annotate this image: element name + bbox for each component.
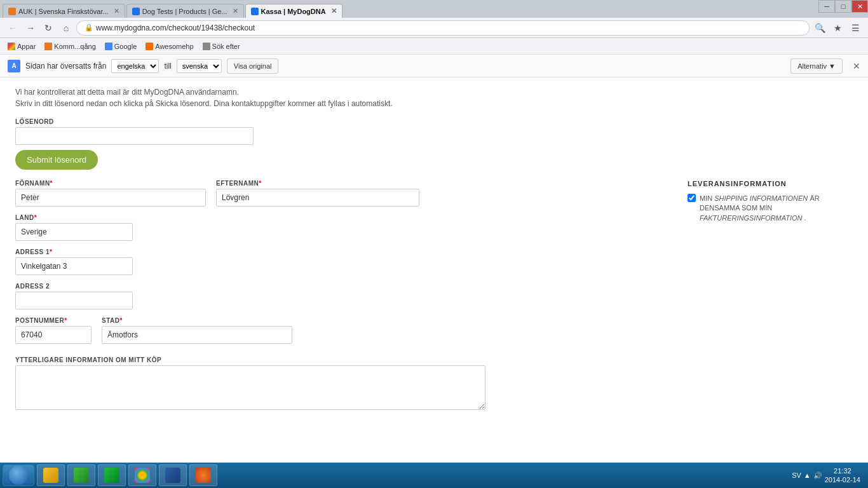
- password-group: LÖSENORD: [15, 118, 853, 145]
- show-original-button[interactable]: Visa original: [227, 58, 279, 74]
- tray-date: 2014-02-14: [825, 475, 860, 484]
- komm-icon: [44, 43, 52, 50]
- maximize-button[interactable]: □: [835, 0, 851, 13]
- additional-info-label: YTTERLIGARE INFORMATION OM MITT KÖP: [15, 356, 662, 363]
- bookmark-awesomehp[interactable]: Awesomehp: [143, 41, 196, 51]
- country-group: LAND*: [15, 214, 662, 241]
- close-button[interactable]: ✕: [851, 0, 868, 13]
- lastname-label: EFTERNAMN*: [216, 180, 419, 187]
- tab-close-3[interactable]: ✕: [331, 7, 337, 15]
- bookmark-komm[interactable]: Komm...qång: [42, 41, 98, 51]
- search-button[interactable]: 🔍: [812, 20, 827, 36]
- sok-icon: [203, 43, 210, 50]
- bookmark-komm-label: Komm...qång: [54, 43, 95, 50]
- tab-1[interactable]: AUK | Svenska Finskstövar... ✕: [3, 4, 125, 18]
- tab-2[interactable]: Dog Tests | Products | Ge... ✕: [126, 4, 244, 18]
- alternatives-button[interactable]: Alternativ ▼: [790, 58, 843, 74]
- address-text: www.mydogdna.com/checkout/19438/checkout: [96, 24, 255, 32]
- taskbar-explorer[interactable]: [37, 464, 65, 486]
- info-line-2: Skriv in ditt lösenord nedan och klicka …: [15, 99, 853, 108]
- bookmark-sok-label: Sök efter: [212, 43, 240, 50]
- star-button[interactable]: ★: [830, 20, 845, 36]
- bookmark-google-label: Google: [114, 43, 137, 50]
- address1-group: ADRESS 1*: [15, 248, 662, 275]
- delivery-section: LEVERANSINFORMATION MIN SHIPPING INFORMA…: [688, 180, 853, 223]
- tab-bar: AUK | Svenska Finskstövar... ✕ Dog Tests…: [0, 0, 868, 18]
- postcode-city-row: POSTNUMMER* STAD*: [15, 317, 662, 344]
- awesome-icon: [146, 43, 153, 50]
- page-content: Vi har kontrollerat att detta mail är di…: [0, 78, 868, 463]
- tray-network-icon: ▲: [804, 471, 811, 479]
- translate-to-label: till: [164, 62, 171, 71]
- menu-button[interactable]: ☰: [848, 20, 863, 36]
- delivery-same-checkbox[interactable]: [688, 194, 696, 202]
- password-label: LÖSENORD: [15, 118, 853, 125]
- apps-icon: [8, 43, 15, 50]
- alternatives-chevron-icon: ▼: [829, 62, 836, 70]
- firstname-label: FÖRNAMN*: [15, 180, 206, 187]
- bookmark-sok[interactable]: Sök efter: [200, 41, 243, 51]
- bookmark-google[interactable]: Google: [102, 41, 139, 51]
- taskbar-nav[interactable]: [98, 464, 126, 486]
- address1-input[interactable]: [15, 257, 133, 275]
- tab-3[interactable]: Kassa | MyDogDNA ✕: [245, 4, 342, 18]
- firstname-input[interactable]: [15, 189, 206, 207]
- start-button[interactable]: [3, 464, 34, 486]
- reload-button[interactable]: ↻: [41, 20, 56, 36]
- bookmark-awesomehp-label: Awesomehp: [155, 43, 193, 50]
- tab-label-2: Dog Tests | Products | Ge...: [142, 8, 227, 15]
- tab-close-1[interactable]: ✕: [114, 7, 119, 15]
- delivery-column: LEVERANSINFORMATION MIN SHIPPING INFORMA…: [662, 180, 853, 410]
- additional-info-textarea[interactable]: [15, 365, 485, 410]
- taskbar-chrome[interactable]: [128, 464, 156, 486]
- country-input[interactable]: [15, 223, 133, 241]
- city-input[interactable]: [102, 326, 292, 344]
- media-icon: [74, 468, 89, 483]
- tray-volume-icon: 🔊: [813, 471, 822, 480]
- taskbar-firefox[interactable]: [189, 464, 217, 486]
- tab-close-2[interactable]: ✕: [233, 7, 238, 15]
- city-label: STAD*: [102, 317, 292, 324]
- additional-info-group: YTTERLIGARE INFORMATION OM MITT KÖP: [15, 356, 662, 410]
- home-button[interactable]: ⌂: [58, 20, 74, 36]
- alternatives-label: Alternativ: [797, 62, 827, 70]
- translate-to-select[interactable]: svenska: [177, 59, 222, 73]
- explorer-icon: [43, 468, 58, 483]
- translation-close-button[interactable]: ✕: [853, 61, 860, 71]
- delivery-checkbox-label: MIN SHIPPING INFORMATIONEN ÄR DENSAMMA S…: [700, 194, 853, 223]
- forward-button[interactable]: →: [23, 20, 38, 36]
- start-orb-icon: [9, 466, 28, 485]
- tab-favicon-1: [8, 8, 16, 15]
- lastname-group: EFTERNAMN*: [216, 180, 419, 207]
- chrome-icon: [135, 468, 150, 483]
- postcode-input[interactable]: [15, 326, 92, 344]
- bookmarks-bar: Appar Komm...qång Google Awesomehp Sök e…: [0, 38, 868, 55]
- bookmark-apps-label: Appar: [17, 43, 36, 50]
- taskbar-media[interactable]: [67, 464, 95, 486]
- bookmark-apps[interactable]: Appar: [5, 41, 38, 51]
- translate-from-select[interactable]: engelska: [111, 59, 159, 73]
- back-button[interactable]: ←: [5, 20, 20, 36]
- tray-clock[interactable]: 21:32 2014-02-14: [825, 466, 860, 485]
- submit-password-button[interactable]: Submit lösenord: [15, 150, 98, 170]
- taskbar-tray: SV ▲ 🔊 21:32 2014-02-14: [787, 466, 865, 485]
- address2-label: ADRESS 2: [15, 283, 662, 290]
- minimize-button[interactable]: ─: [818, 0, 835, 13]
- tab-label-1: AUK | Svenska Finskstövar...: [18, 8, 109, 15]
- translate-icon: A: [8, 60, 20, 72]
- delivery-checkbox-row: MIN SHIPPING INFORMATIONEN ÄR DENSAMMA S…: [688, 194, 853, 223]
- lastname-input[interactable]: [216, 189, 419, 207]
- word-icon: [165, 468, 180, 483]
- password-input[interactable]: [15, 127, 254, 145]
- address-lock-icon: 🔒: [85, 24, 93, 32]
- form-layout: FÖRNAMN* EFTERNAMN* LAND*: [15, 180, 853, 410]
- address-bar[interactable]: 🔒 www.mydogdna.com/checkout/19438/checko…: [76, 20, 810, 36]
- address2-input[interactable]: [15, 292, 133, 309]
- translation-bar: A Sidan har översatts från engelska till…: [0, 55, 868, 78]
- nav-icon: [104, 468, 119, 483]
- address2-group: ADRESS 2: [15, 283, 662, 309]
- firstname-group: FÖRNAMN*: [15, 180, 206, 207]
- taskbar-word[interactable]: [159, 464, 187, 486]
- password-section: LÖSENORD Submit lösenord: [15, 118, 853, 180]
- translate-from-label: Sidan har översatts från: [25, 62, 106, 71]
